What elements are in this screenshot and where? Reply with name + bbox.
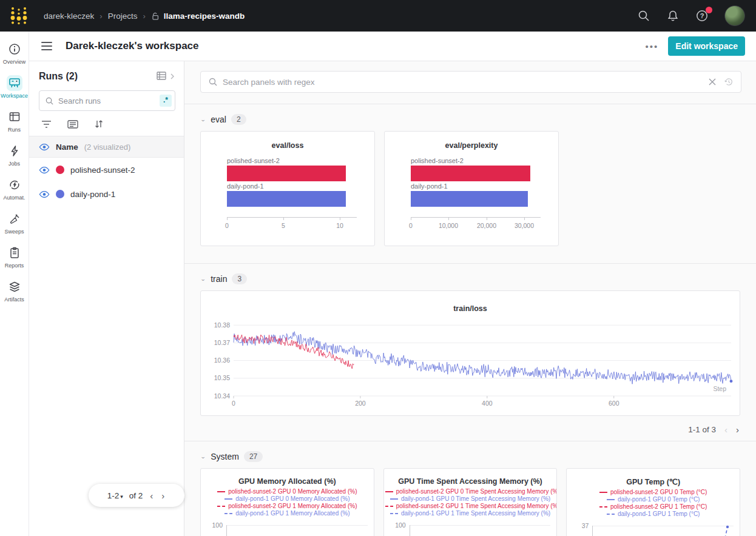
breadcrumb-project[interactable]: llama-recipes-wandb xyxy=(151,12,245,21)
edit-workspace-button[interactable]: Edit workspace xyxy=(668,36,745,56)
sidebar-item-overview[interactable]: Overview xyxy=(1,38,29,69)
x-tick-label: 0 xyxy=(232,400,235,407)
chart-legend: polished-sunset-2 GPU 0 Time Spent Acces… xyxy=(384,487,557,517)
panel-search[interactable] xyxy=(200,71,741,93)
prev-page-button[interactable]: ‹ xyxy=(149,491,154,501)
sidebar-item-sweeps[interactable]: Sweeps xyxy=(1,207,29,239)
sidebar-item-runs[interactable]: Runs xyxy=(1,106,29,137)
section-system-header[interactable]: ⌄ System 27 xyxy=(200,441,740,468)
run-color-dot xyxy=(56,166,64,174)
panel-gpu-temp[interactable]: GPU Temp (℃)polished-sunset-2 GPU 0 Temp… xyxy=(566,468,740,536)
y-tick-label: 37 xyxy=(570,522,589,529)
layers-icon xyxy=(8,280,21,293)
legend-label: polished-sunset-2 GPU 1 Time Spent Acces… xyxy=(396,503,557,509)
y-tick-label: 10.37 xyxy=(214,339,230,346)
chevron-down-icon: ⌄ xyxy=(200,116,206,122)
legend-item[interactable]: daily-pond-1 GPU 0 Time Spent Accessing … xyxy=(384,495,557,502)
y-tick-label: 100 xyxy=(388,521,406,529)
x-tick-label: 600 xyxy=(609,400,619,407)
next-page-button[interactable]: › xyxy=(736,424,739,435)
sidebar-item-label: Workspace xyxy=(1,93,28,99)
regex-toggle[interactable]: .* xyxy=(160,95,172,107)
legend-item[interactable]: polished-sunset-2 GPU 1 Temp (°C) xyxy=(567,503,740,510)
panel-eval-loss[interactable]: eval/losspolished-sunset-2daily-pond-105… xyxy=(200,131,375,246)
prev-page-button[interactable]: ‹ xyxy=(724,424,727,435)
runs-header-row[interactable]: Name (2 visualized) xyxy=(29,136,184,158)
search-icon[interactable] xyxy=(637,9,650,22)
breadcrumb-separator: › xyxy=(143,12,145,21)
x-tick-label: 0 xyxy=(409,222,413,229)
columns-icon[interactable] xyxy=(67,120,78,129)
bar-label: polished-sunset-2 xyxy=(411,157,550,164)
legend-item[interactable]: daily-pond-1 GPU 1 Temp (°C) xyxy=(567,510,740,517)
clipboard-icon xyxy=(8,246,21,260)
panel-train-loss[interactable]: train/loss10.3410.3510.3610.3710.3802004… xyxy=(200,290,740,416)
sort-icon[interactable] xyxy=(94,119,104,129)
next-page-button[interactable]: › xyxy=(160,491,166,501)
avatar[interactable] xyxy=(724,5,745,26)
legend-item[interactable]: polished-sunset-2 GPU 0 Time Spent Acces… xyxy=(384,487,557,495)
legend-item[interactable]: polished-sunset-2 GPU 1 Time Spent Acces… xyxy=(384,502,557,509)
legend-dash xyxy=(217,491,225,492)
x-tick-label: 20,000 xyxy=(477,222,496,229)
plot-area: 100 xyxy=(384,521,557,536)
rising-line xyxy=(714,522,732,536)
panel-eval-perplexity[interactable]: eval/perplexitypolished-sunset-2daily-po… xyxy=(384,131,559,246)
plot-area: 100 xyxy=(201,521,374,536)
section-eval-header[interactable]: ⌄ eval 2 xyxy=(200,104,740,131)
legend-item[interactable]: daily-pond-1 GPU 0 Temp (°C) xyxy=(567,495,740,503)
clear-icon[interactable] xyxy=(708,78,717,86)
table-expand-icon[interactable] xyxy=(156,71,168,82)
sidebar-item-workspace[interactable]: Workspace xyxy=(1,72,29,103)
chart-title: GPU Temp (℃) xyxy=(567,469,740,486)
panel-gpu-time[interactable]: GPU Time Spent Accessing Memory (%)polis… xyxy=(383,468,558,536)
runs-page-range[interactable]: 1-2▾ xyxy=(107,491,123,500)
legend-item[interactable]: daily-pond-1 GPU 1 Memory Allocated (%) xyxy=(201,509,374,517)
breadcrumb-projects[interactable]: Projects xyxy=(108,12,138,21)
eye-icon[interactable] xyxy=(39,190,50,198)
runs-panel-title: Runs (2) xyxy=(39,71,78,82)
help-icon[interactable]: ? xyxy=(695,9,709,22)
runs-search[interactable]: .* xyxy=(39,90,175,111)
history-icon[interactable] xyxy=(724,77,734,87)
wandb-logo[interactable] xyxy=(8,5,29,27)
chart-legend: polished-sunset-2 GPU 0 Memory Allocated… xyxy=(201,487,374,517)
chart-title: eval/loss xyxy=(201,132,374,150)
legend-dash xyxy=(224,498,232,500)
runs-visualized-count: (2 visualized) xyxy=(84,142,131,152)
legend-item[interactable]: polished-sunset-2 GPU 0 Memory Allocated… xyxy=(201,487,374,495)
section-count-badge: 27 xyxy=(244,451,263,462)
legend-item[interactable]: polished-sunset-2 GPU 0 Temp (°C) xyxy=(567,488,740,495)
legend-dash xyxy=(607,499,615,500)
workspace-header: Darek-kleczek's workspace ••• Edit works… xyxy=(29,32,756,61)
sidebar-item-reports[interactable]: Reports xyxy=(1,241,29,273)
runs-search-input[interactable] xyxy=(58,96,155,106)
eye-icon[interactable] xyxy=(39,166,50,174)
legend-label: daily-pond-1 GPU 1 Memory Allocated (%) xyxy=(235,510,349,517)
bell-icon[interactable] xyxy=(666,9,680,22)
menu-icon[interactable] xyxy=(41,42,52,50)
run-row[interactable]: polished-sunset-2 xyxy=(29,158,184,182)
sidebar-item-label: Overview xyxy=(3,59,26,65)
chevron-down-icon: ⌄ xyxy=(200,454,206,460)
sidebar-item-jobs[interactable]: Jobs xyxy=(1,139,29,171)
filter-icon[interactable] xyxy=(41,120,52,129)
panel-search-input[interactable] xyxy=(223,78,703,87)
x-tick-label: 200 xyxy=(355,400,366,407)
section-train-header[interactable]: ⌄ train 3 xyxy=(200,264,740,290)
chevron-right-icon[interactable] xyxy=(169,73,175,80)
run-row[interactable]: daily-pond-1 xyxy=(29,182,184,206)
section-system: ⌄ System 27 GPU Memory Allocated (%)poli… xyxy=(184,441,756,536)
overflow-menu-icon[interactable]: ••• xyxy=(646,41,659,52)
sidebar-item-artifacts[interactable]: Artifacts xyxy=(1,275,29,307)
panel-gpu-memory[interactable]: GPU Memory Allocated (%)polished-sunset-… xyxy=(200,468,374,536)
sidebar-item-automat[interactable]: Automat. xyxy=(1,173,29,205)
chart-title: eval/perplexity xyxy=(385,132,558,150)
legend-dash xyxy=(385,491,393,492)
legend-item[interactable]: polished-sunset-2 GPU 1 Memory Allocated… xyxy=(201,502,374,509)
eye-icon[interactable] xyxy=(39,143,50,151)
legend-item[interactable]: daily-pond-1 GPU 1 Time Spent Accessing … xyxy=(384,509,557,517)
legend-item[interactable]: daily-pond-1 GPU 0 Memory Allocated (%) xyxy=(201,495,374,502)
runs-column-name: Name xyxy=(56,142,78,152)
breadcrumb-user[interactable]: darek-kleczek xyxy=(44,12,94,21)
